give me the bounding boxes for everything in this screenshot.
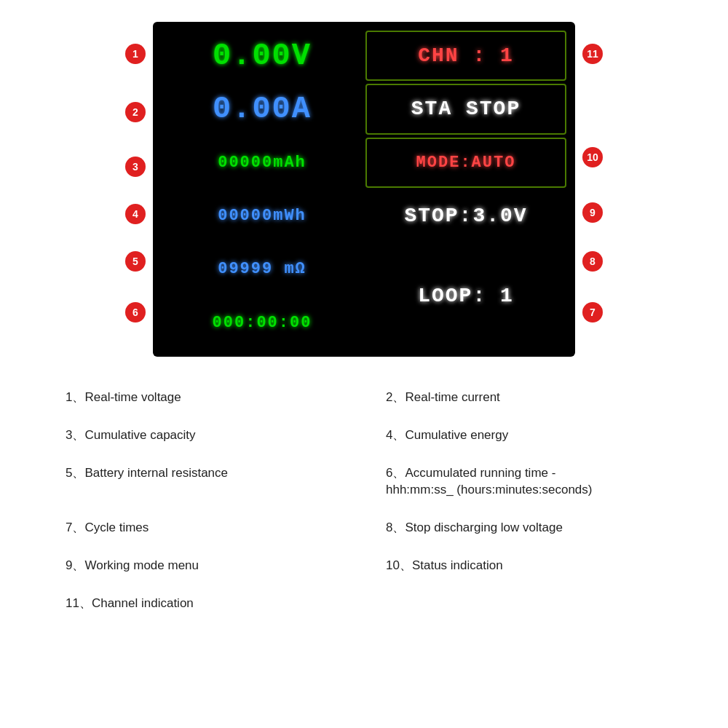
channel-display: CHN : 1: [365, 31, 566, 81]
label-2: 2、Real-time current: [379, 379, 670, 416]
badge-9: 9: [582, 202, 603, 223]
label-11-text: 11、Channel indication: [66, 596, 194, 610]
loop-value: LOOP: 1: [418, 285, 514, 307]
label-1-text: 1、Real-time voltage: [66, 390, 181, 404]
label-6-text: 6、Accumulated running time -hhh:mm:ss_ (…: [386, 466, 592, 497]
badge-5: 5: [125, 251, 146, 272]
badge-8: 8: [582, 251, 603, 272]
label-4: 4、Cumulative energy: [379, 416, 670, 454]
energy-value: 00000mWh: [218, 207, 306, 225]
label-3: 3、Cumulative capacity: [58, 416, 349, 454]
label-1: 1、Real-time voltage: [58, 379, 349, 416]
page-container: 1 2 3 4 5 6 7 8 9 10 11 0.00V 0.00A 0000…: [0, 0, 728, 728]
mode-value: MODE:AUTO: [416, 154, 516, 172]
label-3-text: 3、Cumulative capacity: [66, 428, 196, 442]
label-2-text: 2、Real-time current: [386, 390, 500, 404]
label-4-text: 4、Cumulative energy: [386, 428, 508, 442]
badge-1: 1: [125, 44, 146, 64]
status-display: STA STOP: [365, 84, 566, 134]
label-8: 8、Stop discharging low voltage: [379, 509, 670, 547]
status-value: STA STOP: [411, 98, 521, 120]
capacity-value: 00000mAh: [218, 154, 306, 172]
label-7-text: 7、Cycle times: [66, 521, 149, 534]
stop-voltage-display: STOP:3.0V: [365, 191, 566, 241]
label-6: 6、Accumulated running time -hhh:mm:ss_ (…: [379, 454, 670, 510]
voltage-value: 0.00V: [213, 39, 312, 74]
current-display: 0.00A: [162, 84, 363, 134]
badge-11: 11: [582, 44, 603, 64]
badge-7: 7: [582, 302, 603, 323]
current-value: 0.00A: [213, 92, 312, 127]
resistance-display: 09999 mΩ: [162, 244, 363, 294]
labels-section: 1、Real-time voltage 2、Real-time current …: [58, 379, 670, 622]
badge-3: 3: [125, 157, 146, 177]
label-5: 5、Battery internal resistance: [58, 454, 349, 510]
label-empty: [379, 585, 670, 622]
energy-display: 00000mWh: [162, 191, 363, 241]
badge-6: 6: [125, 302, 146, 323]
time-value: 000:00:00: [213, 314, 312, 332]
label-10-text: 10、Status indication: [386, 558, 503, 572]
label-9: 9、Working mode menu: [58, 547, 349, 585]
channel-value: CHN : 1: [418, 44, 514, 67]
mode-display: MODE:AUTO: [365, 138, 566, 188]
capacity-display: 00000mAh: [162, 138, 363, 188]
time-display: 000:00:00: [162, 298, 363, 348]
voltage-display: 0.00V: [162, 31, 363, 81]
label-11: 11、Channel indication: [58, 585, 349, 622]
label-8-text: 8、Stop discharging low voltage: [386, 521, 563, 534]
label-9-text: 9、Working mode menu: [66, 558, 199, 572]
loop-display: LOOP: 1: [365, 244, 566, 348]
label-7: 7、Cycle times: [58, 509, 349, 547]
display-panel: 0.00V 0.00A 00000mAh 00000mWh 09999 mΩ 0…: [153, 22, 575, 357]
display-wrapper: 1 2 3 4 5 6 7 8 9 10 11 0.00V 0.00A 0000…: [138, 22, 590, 357]
badge-4: 4: [125, 204, 146, 224]
resistance-value: 09999 mΩ: [218, 260, 306, 278]
stop-voltage-value: STOP:3.0V: [404, 205, 527, 227]
label-10: 10、Status indication: [379, 547, 670, 585]
badge-2: 2: [125, 102, 146, 122]
badge-10: 10: [582, 147, 603, 167]
label-5-text: 5、Battery internal resistance: [66, 466, 228, 480]
